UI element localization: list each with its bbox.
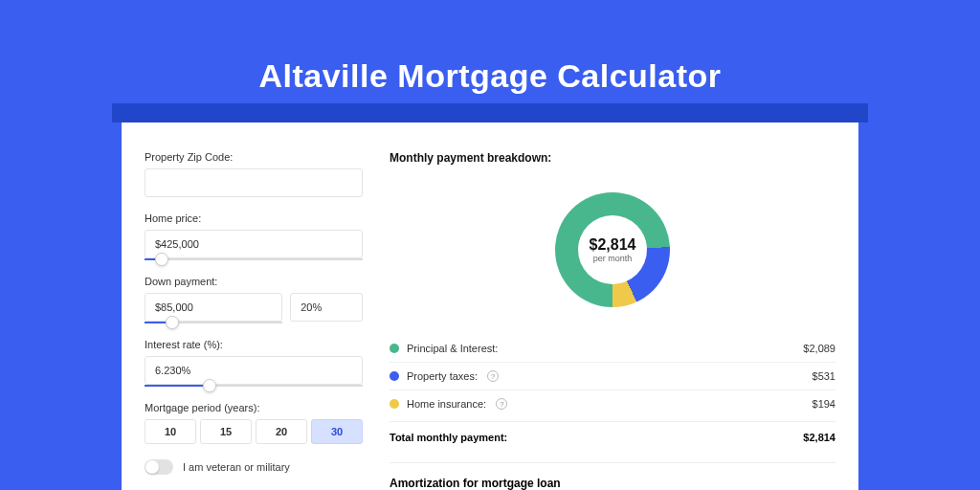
amortization-heading: Amortization for mortgage loan <box>390 477 835 490</box>
breakdown-panel: Monthly payment breakdown: $2,814 per mo… <box>380 122 858 490</box>
donut-chart-wrap: $2,814 per month <box>390 178 835 322</box>
legend-row-principal-interest: Principal & Interest:$2,089 <box>390 335 835 363</box>
legend-left: Home insurance:? <box>390 398 507 410</box>
toggle-knob <box>145 460 159 474</box>
total-value: $2,814 <box>803 432 835 443</box>
calculator-card: Property Zip Code: Home price: Down paym… <box>122 122 858 490</box>
down-payment-label: Down payment: <box>145 276 363 287</box>
legend-value: $531 <box>813 370 835 382</box>
legend-label: Property taxes: <box>407 370 478 382</box>
legend-value: $194 <box>813 398 835 410</box>
donut-center-sub: per month <box>593 254 633 263</box>
legend-dot-icon <box>390 344 399 353</box>
period-option-10[interactable]: 10 <box>145 419 196 444</box>
zip-label: Property Zip Code: <box>145 151 363 163</box>
period-label: Mortgage period (years): <box>145 402 363 413</box>
info-icon[interactable]: ? <box>496 398 507 410</box>
legend-left: Property taxes:? <box>390 370 499 382</box>
legend-label: Home insurance: <box>407 398 486 410</box>
period-block: Mortgage period (years): 10152030 <box>145 402 363 444</box>
zip-field-block: Property Zip Code: <box>145 151 363 197</box>
donut-center-value: $2,814 <box>590 236 636 254</box>
interest-rate-label: Interest rate (%): <box>145 339 363 350</box>
down-payment-amount-input[interactable] <box>145 293 282 322</box>
interest-rate-slider-thumb[interactable] <box>203 379 216 392</box>
legend-dot-icon <box>390 399 399 409</box>
period-row: 10152030 <box>145 419 363 444</box>
legend-value: $2,089 <box>803 343 835 354</box>
home-price-slider-thumb[interactable] <box>155 253 168 266</box>
interest-rate-input[interactable] <box>145 356 363 385</box>
legend: Principal & Interest:$2,089Property taxe… <box>390 335 835 417</box>
veteran-row: I am veteran or military <box>145 459 363 475</box>
period-option-15[interactable]: 15 <box>200 419 252 444</box>
legend-row-home-insurance: Home insurance:?$194 <box>390 390 835 417</box>
down-payment-block: Down payment: <box>145 276 363 323</box>
donut-center: $2,814 per month <box>578 215 647 284</box>
interest-rate-slider[interactable] <box>145 385 363 387</box>
form-panel: Property Zip Code: Home price: Down paym… <box>122 122 380 490</box>
breakdown-heading: Monthly payment breakdown: <box>390 151 835 165</box>
zip-input[interactable] <box>145 168 363 197</box>
legend-left: Principal & Interest: <box>390 343 498 354</box>
home-price-input[interactable] <box>145 230 363 258</box>
down-payment-pct-input[interactable] <box>290 293 363 322</box>
down-payment-slider-thumb[interactable] <box>166 316 179 329</box>
home-price-label: Home price: <box>145 212 363 224</box>
home-price-block: Home price: <box>145 212 363 260</box>
legend-dot-icon <box>390 371 399 381</box>
donut-chart: $2,814 per month <box>555 192 670 307</box>
total-row: Total monthly payment: $2,814 <box>390 421 835 457</box>
period-option-20[interactable]: 20 <box>256 419 307 444</box>
info-icon[interactable]: ? <box>487 370 499 382</box>
legend-row-property-taxes: Property taxes:?$531 <box>390 363 835 390</box>
veteran-label: I am veteran or military <box>183 461 290 473</box>
veteran-toggle[interactable] <box>145 459 173 475</box>
down-payment-slider[interactable] <box>145 322 282 323</box>
total-label: Total monthly payment: <box>390 432 507 443</box>
divider <box>390 462 835 463</box>
home-price-slider[interactable] <box>145 258 363 260</box>
interest-rate-block: Interest rate (%): <box>145 339 363 387</box>
period-option-30[interactable]: 30 <box>311 419 363 444</box>
interest-rate-slider-fill <box>145 385 210 387</box>
card-shadow <box>112 103 868 122</box>
legend-label: Principal & Interest: <box>407 343 498 354</box>
